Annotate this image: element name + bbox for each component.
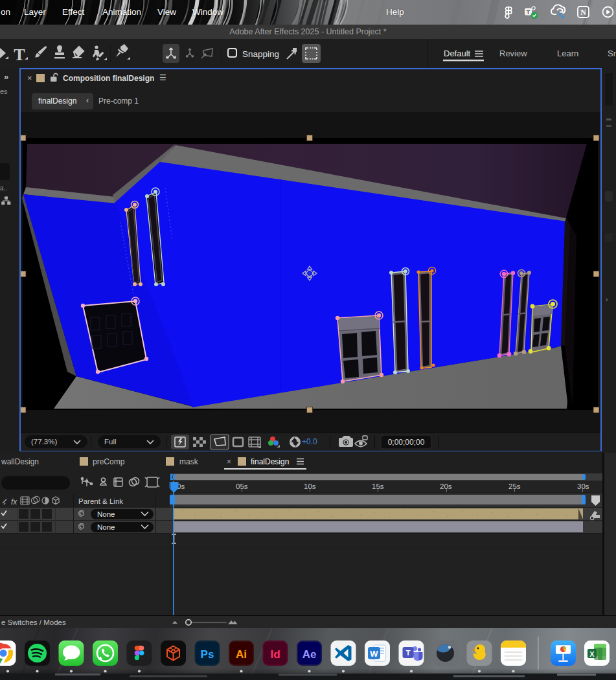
svg-text:T: T xyxy=(405,649,410,657)
svg-text:preComp: preComp xyxy=(93,457,125,466)
svg-text:30s: 30s xyxy=(577,482,589,490)
svg-text:(77.3%): (77.3%) xyxy=(31,438,57,446)
svg-text:None: None xyxy=(97,510,115,518)
svg-text:Parent & Link: Parent & Link xyxy=(78,497,123,505)
svg-text:+0.0: +0.0 xyxy=(302,437,317,446)
svg-text:Review: Review xyxy=(499,49,527,58)
svg-text:T: T xyxy=(14,45,25,64)
svg-text:Full: Full xyxy=(104,438,117,446)
svg-text:Ai: Ai xyxy=(236,648,247,661)
svg-text:fx: fx xyxy=(11,497,17,506)
svg-text:Snapping: Snapping xyxy=(242,49,279,59)
svg-text:Sr: Sr xyxy=(608,49,616,58)
svg-text:20s: 20s xyxy=(440,482,452,490)
svg-text:0;00;00;00: 0;00;00;00 xyxy=(388,438,425,447)
svg-text:Ps: Ps xyxy=(201,648,214,661)
svg-text:Default: Default xyxy=(444,49,471,58)
svg-text:T: T xyxy=(527,8,530,16)
svg-text:X: X xyxy=(589,650,595,658)
svg-text:e Switches / Modes: e Switches / Modes xyxy=(1,618,66,626)
svg-text:Id: Id xyxy=(270,648,280,661)
svg-text:wallDesign: wallDesign xyxy=(1,457,39,466)
svg-text:Learn: Learn xyxy=(557,49,578,58)
svg-text:mask: mask xyxy=(179,457,199,466)
svg-text:×: × xyxy=(227,457,231,466)
svg-text:finalDesign: finalDesign xyxy=(251,457,289,466)
svg-text:Ae: Ae xyxy=(302,648,317,661)
svg-text:None: None xyxy=(97,523,115,531)
svg-text:N: N xyxy=(580,8,586,17)
svg-text:W: W xyxy=(370,649,378,659)
